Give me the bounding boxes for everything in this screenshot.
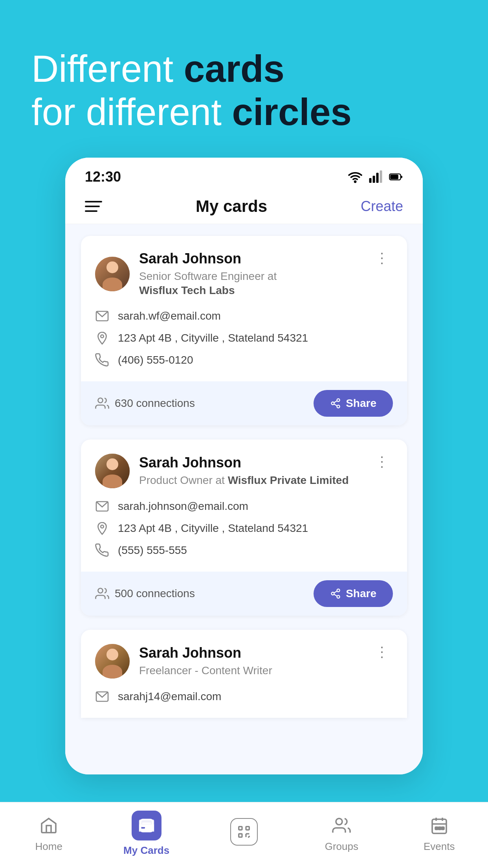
app-navbar: My cards Create: [65, 189, 423, 224]
svg-line-21: [334, 594, 337, 596]
events-icon-wrap: [428, 815, 450, 837]
svg-point-12: [337, 405, 340, 408]
card-1-phone-row: (406) 555-0120: [95, 353, 393, 367]
card-1-address: 123 Apt 4B , Cityville , Stateland 54321: [118, 332, 308, 344]
card-1-footer: 630 connections Share: [81, 381, 407, 425]
nav-groups-label: Groups: [325, 840, 358, 853]
card-2-address-row: 123 Apt 4B , Cityville , Stateland 54321: [95, 521, 393, 535]
share-label-2: Share: [346, 587, 376, 600]
card-2-connections-count: 500 connections: [115, 587, 195, 600]
bottom-nav: Home My Cards: [0, 802, 488, 868]
svg-point-20: [337, 595, 340, 598]
hero-line2-bold: circles: [232, 91, 352, 133]
groups-icon-wrap: [330, 815, 352, 837]
card-3-details: sarahj14@email.com: [95, 690, 393, 708]
create-button[interactable]: Create: [361, 198, 403, 215]
location-icon-2: [95, 521, 109, 535]
connections-icon-1: [95, 396, 109, 410]
card-3-email-row: sarahj14@email.com: [95, 690, 393, 704]
card-1-email-row: sarah.wf@email.com: [95, 309, 393, 323]
card-1-connections-count: 630 connections: [115, 397, 195, 410]
avatar-2: [95, 454, 130, 488]
share-button-2[interactable]: Share: [314, 580, 393, 607]
card-1-more[interactable]: ⋮: [372, 250, 393, 267]
svg-rect-28: [142, 826, 148, 827]
card-2-phone-row: (555) 555-555: [95, 543, 393, 557]
hero-line2-normal: for different: [31, 91, 232, 133]
email-icon-2: [95, 499, 109, 513]
svg-rect-6: [390, 175, 398, 179]
share-label-1: Share: [346, 397, 376, 410]
svg-rect-41: [435, 827, 438, 829]
card-3: Sarah Johnson Freelancer - Content Write…: [81, 630, 407, 718]
email-icon-3: [95, 690, 109, 704]
card-1-title: Senior Software Engineer atWisflux Tech …: [139, 269, 277, 298]
mycards-icon-wrap: [132, 811, 161, 840]
card-2-footer: 500 connections Share: [81, 572, 407, 616]
card-3-more[interactable]: ⋮: [372, 644, 393, 660]
avatar-3: [95, 644, 130, 679]
card-2-email-row: sarah.johnson@email.com: [95, 499, 393, 513]
card-1-details: sarah.wf@email.com 123 Apt 4B , Cityvill…: [95, 309, 393, 372]
svg-line-14: [334, 401, 337, 403]
nav-groups[interactable]: Groups: [310, 815, 373, 853]
card-1-connections: 630 connections: [95, 396, 195, 410]
nav-home-label: Home: [35, 840, 62, 853]
cards-list: Sarah Johnson Senior Software Engineer a…: [65, 224, 423, 774]
connections-icon-2: [95, 587, 109, 601]
card-2-name: Sarah Johnson: [139, 454, 349, 471]
svg-rect-2: [373, 176, 375, 183]
card-1-header: Sarah Johnson Senior Software Engineer a…: [95, 250, 393, 298]
card-2-person: Sarah Johnson Product Owner at Wisflux P…: [95, 454, 349, 488]
svg-point-19: [332, 592, 334, 595]
svg-point-8: [101, 335, 104, 338]
svg-rect-31: [239, 834, 242, 837]
phone-icon-2: [95, 543, 109, 557]
nav-home[interactable]: Home: [17, 815, 80, 853]
hero-section: Different cards for different circles: [0, 0, 488, 158]
card-2-connections: 500 connections: [95, 587, 195, 601]
svg-point-17: [98, 588, 103, 593]
nav-scan[interactable]: [213, 818, 275, 850]
share-button-1[interactable]: Share: [314, 390, 393, 417]
card-3-email: sarahj14@email.com: [118, 690, 221, 703]
svg-line-22: [334, 591, 337, 593]
groups-icon: [332, 816, 351, 835]
svg-rect-37: [432, 819, 446, 833]
avatar-1: [95, 257, 130, 291]
status-icons: [348, 170, 403, 184]
phone-icon: [95, 353, 109, 367]
card-3-name: Sarah Johnson: [139, 644, 272, 661]
scan-icon-wrap: [230, 818, 258, 846]
card-2-phone: (555) 555-555: [118, 544, 187, 557]
nav-events[interactable]: Events: [408, 815, 471, 853]
svg-rect-30: [246, 826, 249, 829]
hamburger-menu[interactable]: [85, 201, 102, 212]
card-1-info: Sarah Johnson Senior Software Engineer a…: [139, 250, 277, 298]
card-1-name: Sarah Johnson: [139, 250, 277, 267]
card-2-header: Sarah Johnson Product Owner at Wisflux P…: [95, 454, 393, 488]
svg-rect-3: [376, 173, 379, 183]
card-1-person: Sarah Johnson Senior Software Engineer a…: [95, 250, 277, 298]
card-2-title: Product Owner at Wisflux Private Limited: [139, 473, 349, 487]
card-3-header: Sarah Johnson Freelancer - Content Write…: [95, 644, 393, 679]
card-1-phone: (406) 555-0120: [118, 354, 193, 366]
svg-point-11: [332, 402, 334, 405]
share-icon-2: [330, 588, 341, 599]
card-2-address: 123 Apt 4B , Cityville , Stateland 54321: [118, 522, 308, 535]
svg-point-9: [98, 398, 103, 403]
card-3-info: Sarah Johnson Freelancer - Content Write…: [139, 644, 272, 678]
svg-rect-1: [369, 178, 372, 183]
signal-icon: [369, 170, 383, 184]
svg-point-0: [355, 181, 356, 182]
svg-point-16: [101, 525, 104, 528]
battery-icon: [389, 170, 403, 184]
hero-line-1: Different cards: [31, 47, 457, 90]
svg-line-13: [334, 404, 337, 406]
card-2-more[interactable]: ⋮: [372, 454, 393, 470]
card-1-email: sarah.wf@email.com: [118, 310, 221, 322]
nav-mycards[interactable]: My Cards: [115, 811, 178, 857]
svg-rect-43: [442, 827, 444, 829]
home-icon-wrap: [38, 815, 60, 837]
svg-point-36: [336, 818, 342, 825]
